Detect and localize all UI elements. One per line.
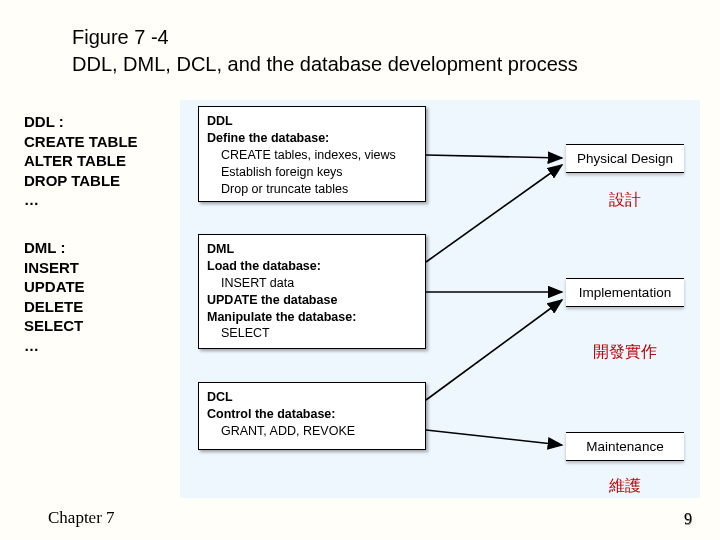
box-dml-header: DML <box>207 241 417 258</box>
title-line1: Figure 7 -4 <box>72 26 169 48</box>
box-ddl-item: Drop or truncate tables <box>221 181 417 198</box>
footer-page-number: 9 <box>684 510 692 528</box>
box-ddl: DDL Define the database: CREATE tables, … <box>198 106 426 202</box>
caption-implementation: 開發實作 <box>566 342 684 363</box>
figure-title: Figure 7 -4 DDL, DML, DCL, and the datab… <box>72 24 578 78</box>
box-dml-sub2: UPDATE the database <box>207 292 417 309</box>
box-dcl-header: DCL <box>207 389 417 406</box>
caption-maintenance: 維護 <box>566 476 684 497</box>
phase-physical-design: Physical Design <box>566 144 684 173</box>
box-dml-item1: INSERT data <box>221 275 417 292</box>
box-ddl-sub: Define the database: <box>207 130 417 147</box>
footer-chapter: Chapter 7 <box>48 508 115 528</box>
phase-implementation: Implementation <box>566 278 684 307</box>
box-dml-item3: SELECT <box>221 325 417 342</box>
box-dcl-item: GRANT, ADD, REVOKE <box>221 423 417 440</box>
box-dml-sub1: Load the database: <box>207 258 417 275</box>
phase-maintenance: Maintenance <box>566 432 684 461</box>
box-dml: DML Load the database: INSERT data UPDAT… <box>198 234 426 349</box>
box-dcl: DCL Control the database: GRANT, ADD, RE… <box>198 382 426 450</box>
box-dml-sub3: Manipulate the database: <box>207 309 417 326</box>
title-line2: DDL, DML, DCL, and the database developm… <box>72 53 578 75</box>
annotation-ddl: DDL : CREATE TABLE ALTER TABLE DROP TABL… <box>24 112 138 210</box>
caption-physical-design: 設計 <box>566 190 684 211</box>
box-ddl-item: Establish foreign keys <box>221 164 417 181</box>
box-dcl-sub: Control the database: <box>207 406 417 423</box>
box-ddl-item: CREATE tables, indexes, views <box>221 147 417 164</box>
box-ddl-header: DDL <box>207 113 417 130</box>
annotation-dml: DML : INSERT UPDATE DELETE SELECT … <box>24 238 85 355</box>
